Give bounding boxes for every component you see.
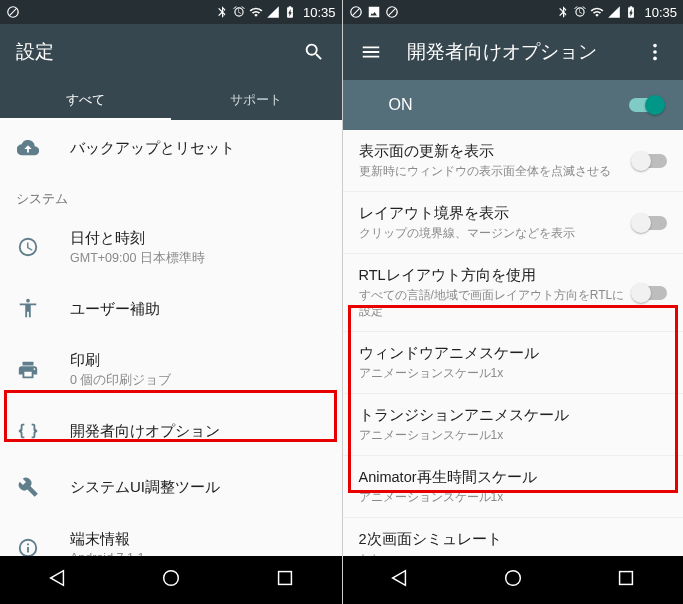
braces-icon (16, 419, 40, 443)
section-system: システム (0, 176, 342, 214)
svg-point-0 (163, 571, 178, 586)
wifi-icon (590, 5, 604, 19)
options-list: 表示面の更新を表示 更新時にウィンドウの表示面全体を点滅させる レイアウト境界を… (343, 130, 684, 556)
picture-icon (367, 5, 381, 19)
label: レイアウト境界を表示 (359, 204, 626, 223)
page-title: 設定 (16, 39, 302, 65)
label: 2次画面シミュレート (359, 530, 660, 549)
status-bar: 10:35 (0, 0, 342, 24)
row-window-anim-scale[interactable]: ウィンドウアニメスケール アニメーションスケール1x (343, 332, 684, 394)
recent-button[interactable] (615, 567, 637, 593)
sublabel: 更新時にウィンドウの表示面全体を点滅させる (359, 163, 626, 179)
print-icon (16, 358, 40, 382)
cloud-upload-icon (16, 136, 40, 160)
home-button[interactable] (160, 567, 182, 593)
accessibility-icon (16, 296, 40, 320)
back-button[interactable] (46, 567, 68, 593)
svg-point-3 (653, 50, 657, 54)
clock-icon (16, 235, 40, 259)
home-button[interactable] (502, 567, 524, 593)
label: 日付と時刻 (70, 228, 326, 248)
info-icon (16, 536, 40, 556)
do-not-disturb-icon (385, 5, 399, 19)
developer-options-screen: 10:35 開発者向けオプション ON 表示面の更新を表示 更新時にウィンドウの… (342, 0, 684, 604)
settings-list: バックアップとリセット システム 日付と時刻 GMT+09:00 日本標準時 ユ… (0, 120, 342, 556)
wifi-icon (249, 5, 263, 19)
switch[interactable] (633, 286, 667, 300)
alarm-icon (232, 5, 246, 19)
menu-icon[interactable] (359, 40, 383, 64)
signal-icon (607, 5, 621, 19)
wrench-icon (16, 475, 40, 499)
sublabel: アニメーションスケール1x (359, 365, 660, 381)
item-systemui-tuner[interactable]: システムUI調整ツール (0, 459, 342, 515)
tabs: すべて サポート (0, 80, 342, 120)
label: 開発者向けオプション (70, 421, 326, 441)
sublabel: アニメーションスケール1x (359, 489, 660, 505)
navigation-bar (343, 556, 684, 604)
overflow-icon[interactable] (643, 40, 667, 64)
master-switch[interactable] (629, 98, 663, 112)
sublabel: 0 個の印刷ジョブ (70, 372, 326, 389)
clock: 10:35 (303, 5, 336, 20)
sublabel: GMT+09:00 日本標準時 (70, 250, 326, 267)
bluetooth-icon (556, 5, 570, 19)
do-not-disturb-icon (6, 5, 20, 19)
navigation-bar (0, 556, 342, 604)
label: ユーザー補助 (70, 299, 326, 319)
label: バックアップとリセット (70, 138, 326, 158)
svg-point-4 (653, 57, 657, 61)
row-secondary-display[interactable]: 2次画面シミュレート なし (343, 518, 684, 556)
item-developer-options[interactable]: 開発者向けオプション (0, 403, 342, 459)
row-animator-duration-scale[interactable]: Animator再生時間スケール アニメーションスケール1x (343, 456, 684, 518)
row-transition-anim-scale[interactable]: トランジションアニメスケール アニメーションスケール1x (343, 394, 684, 456)
status-bar: 10:35 (343, 0, 684, 24)
master-switch-row[interactable]: ON (343, 80, 684, 130)
row-layout-bounds[interactable]: レイアウト境界を表示 クリップの境界線、マージンなどを表示 (343, 192, 684, 254)
label: RTLレイアウト方向を使用 (359, 266, 626, 285)
svg-point-5 (505, 571, 520, 586)
do-not-disturb-icon (349, 5, 363, 19)
sublabel: すべての言語/地域で画面レイアウト方向をRTLに設定 (359, 287, 626, 319)
label: 表示面の更新を表示 (359, 142, 626, 161)
item-about[interactable]: 端末情報 Android 7.1.1 (0, 515, 342, 556)
page-title: 開発者向けオプション (407, 39, 636, 65)
label: システムUI調整ツール (70, 477, 326, 497)
label: Animator再生時間スケール (359, 468, 660, 487)
switch[interactable] (633, 216, 667, 230)
alarm-icon (573, 5, 587, 19)
sublabel: クリップの境界線、マージンなどを表示 (359, 225, 626, 241)
svg-point-2 (653, 44, 657, 48)
recent-button[interactable] (274, 567, 296, 593)
app-bar: 開発者向けオプション (343, 24, 684, 80)
item-accessibility[interactable]: ユーザー補助 (0, 280, 342, 336)
sublabel: アニメーションスケール1x (359, 427, 660, 443)
tab-support[interactable]: サポート (171, 80, 342, 120)
label: ウィンドウアニメスケール (359, 344, 660, 363)
svg-rect-1 (278, 572, 291, 585)
item-print[interactable]: 印刷 0 個の印刷ジョブ (0, 336, 342, 402)
battery-charging-icon (624, 5, 638, 19)
item-backup-reset[interactable]: バックアップとリセット (0, 120, 342, 176)
item-datetime[interactable]: 日付と時刻 GMT+09:00 日本標準時 (0, 214, 342, 280)
row-show-surface-updates[interactable]: 表示面の更新を表示 更新時にウィンドウの表示面全体を点滅させる (343, 130, 684, 192)
app-bar: 設定 (0, 24, 342, 80)
clock: 10:35 (644, 5, 677, 20)
switch[interactable] (633, 154, 667, 168)
search-icon[interactable] (302, 40, 326, 64)
label: 端末情報 (70, 529, 326, 549)
label: トランジションアニメスケール (359, 406, 660, 425)
master-switch-label: ON (363, 96, 630, 114)
bluetooth-icon (215, 5, 229, 19)
settings-screen: 10:35 設定 すべて サポート バックアップとリセット システム 日付と時刻… (0, 0, 342, 604)
back-button[interactable] (388, 567, 410, 593)
svg-rect-6 (620, 572, 633, 585)
row-rtl-layout[interactable]: RTLレイアウト方向を使用 すべての言語/地域で画面レイアウト方向をRTLに設定 (343, 254, 684, 332)
battery-charging-icon (283, 5, 297, 19)
tab-all[interactable]: すべて (0, 80, 171, 120)
signal-icon (266, 5, 280, 19)
label: 印刷 (70, 350, 326, 370)
